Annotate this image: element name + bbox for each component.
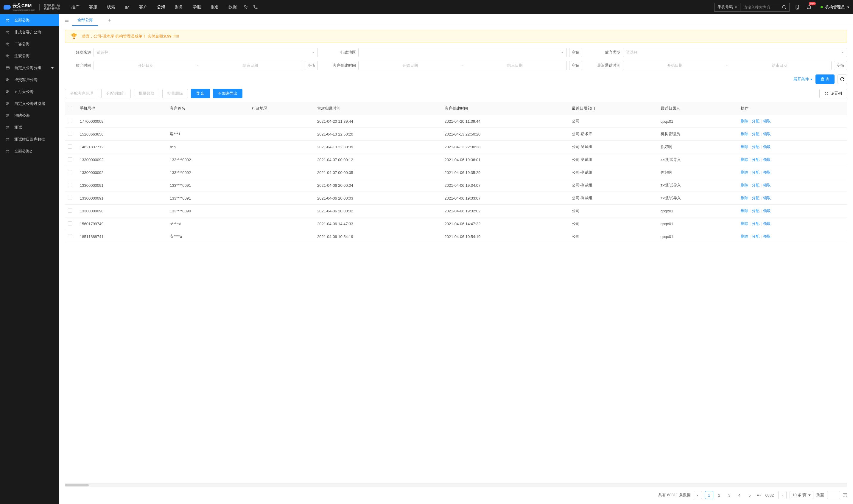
device-icon[interactable] xyxy=(793,3,801,11)
phone-icon[interactable] xyxy=(251,0,260,14)
nav-item[interactable]: 数据 xyxy=(224,0,241,14)
nav-item[interactable]: 报名 xyxy=(206,0,223,14)
tab-menu-icon[interactable] xyxy=(62,16,71,24)
tab-add-button[interactable] xyxy=(105,16,114,24)
sidebar-item[interactable]: 全部公海2 xyxy=(0,145,59,157)
row-delete-link[interactable]: 删除 xyxy=(741,183,748,187)
assign-dept-button[interactable]: 分配到部门 xyxy=(101,89,131,98)
sidebar-item[interactable]: 测试 xyxy=(0,122,59,133)
logo[interactable]: 云朵CRM www.yunduocrm.com 教育机构一站 式服务云平台 xyxy=(4,3,60,11)
row-assign-link[interactable]: 分配 xyxy=(752,157,760,162)
row-assign-link[interactable]: 分配 xyxy=(752,144,760,149)
page-next-button[interactable]: › xyxy=(778,491,786,499)
search-input[interactable] xyxy=(740,5,779,10)
row-checkbox[interactable] xyxy=(68,183,72,187)
nav-item[interactable]: 客户 xyxy=(135,0,151,14)
nav-item[interactable]: IM xyxy=(121,0,134,14)
sidebar-item[interactable]: 自定义公海分组 xyxy=(0,62,59,74)
row-assign-link[interactable]: 分配 xyxy=(752,183,760,187)
filter-create-time-range[interactable]: 开始日期~结束日期 xyxy=(358,61,567,70)
row-claim-link[interactable]: 领取 xyxy=(763,132,771,136)
batch-delete-button[interactable]: 批量删除 xyxy=(162,89,188,98)
notification-icon[interactable]: 99+ xyxy=(805,3,813,11)
expand-filters-link[interactable]: 展开条件 xyxy=(794,76,813,82)
tab-all-public[interactable]: 全部公海 xyxy=(72,14,98,26)
filter-abandon-type-select[interactable]: 请选择 xyxy=(623,48,847,57)
nav-item[interactable]: 财务 xyxy=(171,0,187,14)
row-claim-link[interactable]: 领取 xyxy=(763,234,771,239)
row-claim-link[interactable]: 领取 xyxy=(763,170,771,175)
page-prev-button[interactable]: ‹ xyxy=(694,491,702,499)
sidebar-item[interactable]: 测试昨日回库数据 xyxy=(0,133,59,145)
assign-manager-button[interactable]: 分配客户经理 xyxy=(65,89,98,98)
row-checkbox[interactable] xyxy=(68,119,72,123)
row-delete-link[interactable]: 删除 xyxy=(741,170,748,175)
row-assign-link[interactable]: 分配 xyxy=(752,132,760,136)
filter-call-time-range[interactable]: 开始日期~结束日期 xyxy=(623,61,832,70)
row-claim-link[interactable]: 领取 xyxy=(763,209,771,213)
nav-item[interactable]: 线索 xyxy=(103,0,120,14)
page-last-button[interactable]: 6882 xyxy=(764,491,775,499)
sidebar-item[interactable]: 自定义公海过滤器 xyxy=(0,98,59,110)
sidebar-item[interactable]: 非成交客户公海 xyxy=(0,26,59,38)
row-assign-link[interactable]: 分配 xyxy=(752,119,760,123)
row-assign-link[interactable]: 分配 xyxy=(752,221,760,226)
row-delete-link[interactable]: 删除 xyxy=(741,196,748,200)
row-delete-link[interactable]: 删除 xyxy=(741,119,748,123)
abandon-time-null-button[interactable]: 空值 xyxy=(305,61,318,70)
search-button[interactable] xyxy=(779,3,789,11)
sidebar-item[interactable]: 二咨公海 xyxy=(0,38,59,50)
filter-region-select[interactable] xyxy=(358,48,567,57)
sidebar-item[interactable]: 五月天公海 xyxy=(0,86,59,98)
sidebar-item[interactable]: 全部公海 xyxy=(0,14,59,26)
horizontal-scrollbar[interactable] xyxy=(65,483,847,487)
row-claim-link[interactable]: 领取 xyxy=(763,157,771,162)
row-claim-link[interactable]: 领取 xyxy=(763,196,771,200)
row-delete-link[interactable]: 删除 xyxy=(741,221,748,226)
page-number-button[interactable]: 5 xyxy=(745,491,754,499)
page-number-button[interactable]: 4 xyxy=(736,491,744,499)
nav-item[interactable]: 公海 xyxy=(153,0,169,14)
nav-item[interactable]: 学服 xyxy=(188,0,205,14)
export-unencrypted-button[interactable]: 不加密导出 xyxy=(213,89,242,98)
row-claim-link[interactable]: 领取 xyxy=(763,183,771,187)
row-checkbox[interactable] xyxy=(68,132,72,136)
page-jump-input[interactable] xyxy=(827,491,840,499)
page-size-select[interactable]: 10 条/页 xyxy=(790,491,813,499)
row-checkbox[interactable] xyxy=(68,234,72,238)
region-null-button[interactable]: 空值 xyxy=(569,48,582,57)
page-number-button[interactable]: 3 xyxy=(725,491,733,499)
select-all-checkbox[interactable] xyxy=(68,106,72,110)
row-delete-link[interactable]: 删除 xyxy=(741,157,748,162)
search-type-select[interactable]: 手机号码 xyxy=(714,3,740,11)
sidebar-item[interactable]: 成交客户公海 xyxy=(0,74,59,86)
sidebar-item[interactable]: 消防公海 xyxy=(0,110,59,122)
create-time-null-button[interactable]: 空值 xyxy=(569,61,582,70)
row-delete-link[interactable]: 删除 xyxy=(741,144,748,149)
sidebar-item[interactable]: 注安公海 xyxy=(0,50,59,62)
columns-settings-button[interactable]: 设置列 xyxy=(819,89,847,98)
row-checkbox[interactable] xyxy=(68,170,72,174)
row-checkbox[interactable] xyxy=(68,157,72,161)
row-claim-link[interactable]: 领取 xyxy=(763,119,771,123)
page-number-button[interactable]: 1 xyxy=(705,491,713,499)
batch-claim-button[interactable]: 批量领取 xyxy=(134,89,159,98)
nav-item[interactable]: 推广 xyxy=(67,0,84,14)
row-checkbox[interactable] xyxy=(68,209,72,213)
scrollbar-thumb[interactable] xyxy=(65,484,89,486)
query-button[interactable]: 查 询 xyxy=(815,74,835,84)
refresh-button[interactable] xyxy=(837,74,847,84)
row-assign-link[interactable]: 分配 xyxy=(752,234,760,239)
row-assign-link[interactable]: 分配 xyxy=(752,209,760,213)
export-button[interactable]: 导 出 xyxy=(191,89,210,98)
row-assign-link[interactable]: 分配 xyxy=(752,170,760,175)
row-delete-link[interactable]: 删除 xyxy=(741,209,748,213)
row-checkbox[interactable] xyxy=(68,221,72,226)
filter-source-select[interactable]: 请选择 xyxy=(93,48,318,57)
row-delete-link[interactable]: 删除 xyxy=(741,132,748,136)
filter-abandon-time-range[interactable]: 开始日期~结束日期 xyxy=(93,61,302,70)
row-delete-link[interactable]: 删除 xyxy=(741,234,748,239)
call-time-null-button[interactable]: 空值 xyxy=(834,61,847,70)
row-claim-link[interactable]: 领取 xyxy=(763,221,771,226)
nav-item[interactable]: 客服 xyxy=(85,0,102,14)
